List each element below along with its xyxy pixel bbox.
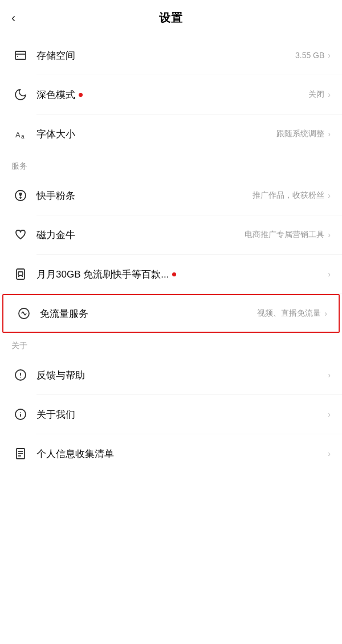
menu-item-dark-mode[interactable]: 深色模式 关闭 › — [0, 75, 342, 114]
about-us-label: 关于我们 — [36, 408, 327, 421]
feedback-value: › — [327, 370, 331, 380]
storage-value: 3.55 GB › — [295, 51, 331, 60]
free-traffic-icon — [15, 304, 33, 323]
font-size-icon: A a — [11, 125, 30, 143]
menu-item-about-us[interactable]: 关于我们 › — [0, 395, 342, 434]
menu-item-font-size[interactable]: A a 字体大小 跟随系统调整 › — [0, 115, 342, 153]
section-service-label: 服务 — [0, 153, 342, 176]
niupai-label: 磁力金牛 — [36, 229, 245, 242]
storage-icon — [11, 46, 30, 64]
dark-mode-value: 关闭 › — [308, 89, 331, 100]
svg-rect-9 — [18, 272, 23, 275]
back-button[interactable]: ‹ — [11, 12, 15, 25]
fentiao-label: 快手粉条 — [36, 189, 253, 202]
svg-text:a: a — [21, 133, 25, 140]
svg-rect-0 — [15, 51, 26, 59]
about-icon — [11, 405, 30, 423]
niupai-icon — [11, 226, 30, 244]
niupai-value: 电商推广专属营销工具 › — [245, 230, 331, 240]
about-us-value: › — [327, 410, 331, 419]
menu-item-privacy-list[interactable]: 个人信息收集清单 › — [0, 434, 342, 473]
fentiao-icon — [11, 186, 30, 205]
menu-item-fentiao[interactable]: 快手粉条 推广作品，收获粉丝 › — [0, 176, 342, 215]
section-about-label: 关于 — [0, 333, 342, 356]
storage-label: 存储空间 — [36, 49, 295, 62]
font-size-value: 跟随系统调整 › — [276, 129, 331, 139]
feedback-icon — [11, 366, 30, 384]
fentiao-value: 推广作品，收获粉丝 › — [253, 190, 331, 201]
dark-mode-dot — [79, 93, 83, 97]
font-size-label: 字体大小 — [36, 128, 276, 141]
svg-text:A: A — [15, 131, 21, 139]
header: ‹ 设置 — [0, 0, 342, 36]
feedback-label: 反馈与帮助 — [36, 369, 327, 382]
privacy-list-value: › — [327, 449, 331, 458]
free-traffic-label: 免流量服务 — [40, 307, 257, 320]
30gb-dot — [172, 272, 176, 276]
sim-icon — [11, 265, 30, 283]
30gb-label: 月月30GB 免流刷快手等百款... — [36, 268, 327, 281]
menu-item-storage[interactable]: 存储空间 3.55 GB › — [0, 36, 342, 75]
privacy-list-label: 个人信息收集清单 — [36, 447, 327, 460]
free-traffic-value: 视频、直播免流量 › — [257, 308, 327, 319]
dark-mode-icon — [11, 85, 30, 104]
menu-item-free-traffic[interactable]: 免流量服务 视频、直播免流量 › — [2, 294, 340, 333]
menu-item-niupai[interactable]: 磁力金牛 电商推广专属营销工具 › — [0, 215, 342, 254]
svg-point-18 — [20, 412, 21, 413]
page-title: 设置 — [159, 10, 183, 26]
svg-point-15 — [20, 377, 21, 378]
document-icon — [11, 445, 30, 463]
menu-item-feedback[interactable]: 反馈与帮助 › — [0, 356, 342, 394]
dark-mode-label: 深色模式 — [36, 88, 308, 101]
30gb-value: › — [327, 270, 331, 279]
svg-point-2 — [17, 56, 18, 57]
menu-item-30gb[interactable]: 月月30GB 免流刷快手等百款... › — [0, 255, 342, 294]
